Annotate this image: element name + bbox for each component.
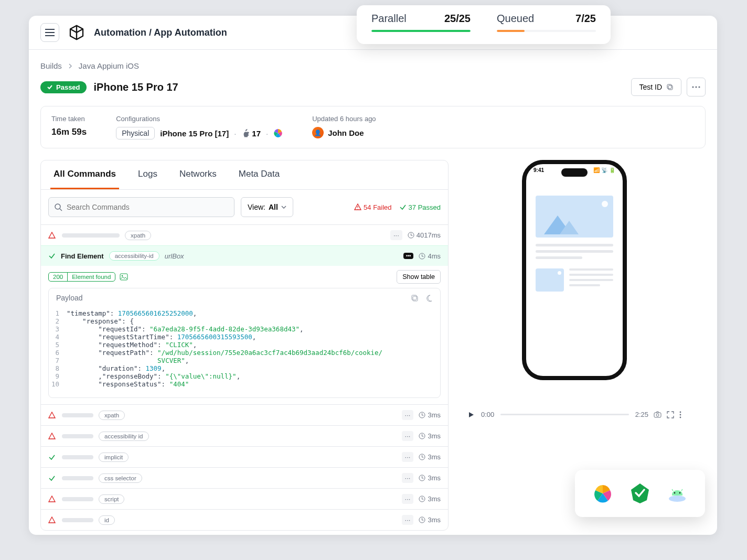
status-pill: 200Element found: [48, 272, 115, 282]
row-menu-button[interactable]: ···: [402, 515, 414, 525]
svg-point-25: [674, 492, 675, 494]
tab-networks[interactable]: Networks: [176, 160, 220, 189]
locator-tag: accessibility id: [99, 432, 149, 441]
duration: 3ms: [419, 411, 441, 419]
command-name: Find Element: [61, 252, 104, 260]
row-menu-button[interactable]: ···: [402, 494, 414, 504]
duration: 4017ms: [408, 231, 441, 239]
current-time: 0:00: [481, 411, 494, 418]
duration: 4ms: [419, 252, 441, 260]
config-label: Configurations: [116, 115, 283, 123]
hamburger-button[interactable]: [40, 23, 59, 42]
breadcrumb-leaf[interactable]: Java Appium iOS: [79, 61, 139, 70]
row-menu-button[interactable]: ···: [402, 431, 414, 441]
tab-all-commands[interactable]: All Commands: [50, 160, 119, 189]
session-title: iPhone 15 Pro 17: [94, 81, 178, 93]
search-field[interactable]: [67, 203, 229, 211]
fullscreen-icon[interactable]: [667, 411, 674, 418]
search-input[interactable]: [48, 197, 234, 217]
play-icon[interactable]: [467, 411, 475, 418]
row-menu-button[interactable]: ···: [402, 452, 414, 462]
test-id-button[interactable]: Test ID: [631, 78, 681, 96]
tab-meta-data[interactable]: Meta Data: [236, 160, 283, 189]
time-taken-label: Time taken: [51, 115, 87, 123]
command-row[interactable]: implicit ··· 3ms: [41, 446, 448, 467]
frameworks-card: [575, 470, 705, 517]
hamburger-icon: [45, 29, 55, 36]
svg-point-22: [680, 414, 681, 415]
failed-count: 54 Failed: [354, 203, 391, 211]
appium-icon: [591, 481, 615, 505]
page-title: Automation / App Automation: [94, 27, 227, 38]
search-icon: [54, 203, 62, 211]
check-shield-icon: [628, 481, 652, 505]
svg-point-20: [656, 414, 659, 416]
command-row[interactable]: xpath ··· 3ms: [41, 404, 448, 425]
clock-icon: [408, 232, 414, 239]
locator-tag: xpath: [99, 411, 125, 420]
breadcrumb: Builds Java Appium iOS: [40, 61, 706, 70]
updated-label: Updated 6 hours ago: [312, 115, 376, 123]
command-row[interactable]: script ··· 3ms: [41, 488, 448, 509]
theme-icon[interactable]: [425, 294, 433, 302]
image-icon[interactable]: [120, 273, 128, 281]
duration: 3ms: [419, 432, 441, 440]
command-row[interactable]: xpath ··· 4017ms: [41, 224, 448, 245]
warning-icon: [354, 203, 361, 211]
duration: 3ms: [419, 495, 441, 503]
queue-card: Parallel25/25 Queued7/25: [357, 5, 611, 44]
user-name: John Doe: [328, 128, 364, 137]
payload-label: Payload: [56, 294, 83, 302]
kebab-icon[interactable]: [679, 411, 681, 418]
video-player[interactable]: 0:00 2:25: [464, 411, 685, 418]
command-row-expanded[interactable]: Find Element accessibility-id urlBox •••…: [41, 245, 448, 266]
row-menu-button[interactable]: ···: [402, 473, 414, 483]
svg-point-23: [680, 416, 681, 418]
check-icon: [48, 475, 57, 482]
command-row[interactable]: css selector ··· 3ms: [41, 467, 448, 488]
breadcrumb-root[interactable]: Builds: [40, 61, 62, 70]
device-preview: 9:41📶 📡 🔋: [522, 160, 627, 380]
more-button[interactable]: [687, 78, 706, 96]
svg-point-3: [695, 86, 697, 88]
row-menu-button[interactable]: •••: [403, 253, 413, 259]
tab-logs[interactable]: Logs: [135, 160, 161, 189]
command-arg: urlBox: [165, 252, 184, 260]
check-icon: [47, 84, 53, 90]
seek-bar[interactable]: [500, 414, 628, 415]
svg-point-2: [692, 86, 693, 88]
device-name: iPhone 15 Pro [17]: [160, 129, 229, 138]
svg-point-10: [122, 275, 123, 277]
apple-icon: [241, 129, 249, 138]
copy-icon[interactable]: [411, 294, 419, 302]
parallel-count: 25/25: [444, 13, 471, 25]
copy-icon: [666, 83, 674, 91]
parallel-label: Parallel: [371, 13, 407, 25]
svg-rect-12: [412, 295, 417, 300]
command-row[interactable]: id ··· 3ms: [41, 509, 448, 530]
duration: 2:25: [635, 411, 648, 418]
camera-icon[interactable]: [654, 411, 661, 418]
warning-icon: [48, 496, 57, 503]
queued-label: Queued: [497, 13, 534, 25]
duration: 3ms: [419, 474, 441, 482]
status-badge: Passed: [40, 81, 87, 93]
view-filter-button[interactable]: View: All: [241, 197, 293, 217]
show-table-button[interactable]: Show table: [397, 270, 441, 284]
physical-chip: Physical: [116, 127, 155, 139]
avatar: 👤: [312, 127, 324, 138]
row-menu-button[interactable]: ···: [402, 410, 414, 420]
row-menu-button[interactable]: ···: [390, 230, 402, 240]
duration: 3ms: [419, 516, 441, 524]
queued-count: 7/25: [575, 13, 596, 25]
locator-tag: script: [99, 494, 124, 504]
warning-icon: [48, 516, 57, 524]
svg-rect-0: [668, 85, 673, 90]
os-version: 17: [252, 129, 261, 138]
warning-icon: [48, 433, 57, 440]
chevron-down-icon: [281, 206, 286, 209]
svg-rect-11: [413, 296, 418, 301]
command-row[interactable]: accessibility id ··· 3ms: [41, 425, 448, 446]
dots-icon: [692, 86, 700, 88]
locator-tag: css selector: [99, 473, 142, 483]
